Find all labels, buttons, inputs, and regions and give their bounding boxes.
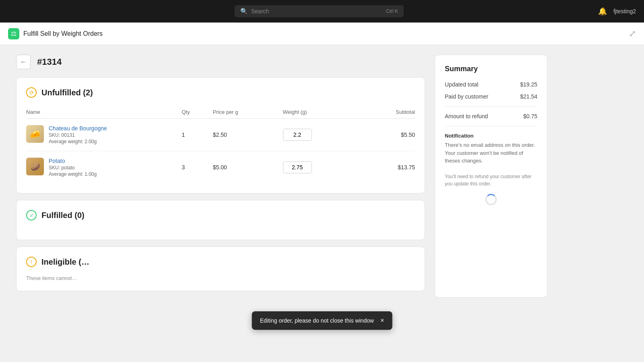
product-info: Potato SKU: potato Average weight: 1.00g xyxy=(49,158,97,177)
fulfilled-header: ✓ Fulfilled (0) xyxy=(26,210,415,220)
price-per-g-cell: $5.00 xyxy=(213,151,283,184)
notification-text: There's no email address on this order. … xyxy=(445,141,537,165)
page-header: ⚖ Fulfill Sell by Weight Orders ⤢ xyxy=(0,23,644,45)
notification-label: Notification xyxy=(445,133,537,139)
subtotal-cell: $5.50 xyxy=(353,119,415,151)
search-input[interactable] xyxy=(251,8,383,14)
unfulfilled-icon: ⟳ xyxy=(26,87,37,98)
weight-input[interactable] xyxy=(283,161,312,173)
paid-by-customer-value: $21.54 xyxy=(520,93,537,100)
order-title-row: ← #1314 xyxy=(16,55,425,69)
paid-by-customer-label: Paid by customer xyxy=(445,93,488,100)
col-name: Name xyxy=(26,106,182,119)
qty-cell: 3 xyxy=(182,151,213,184)
product-info: Chateau de Bourgogne SKU: 00131 Average … xyxy=(49,125,107,144)
product-avg-weight: Average weight: 2.00g xyxy=(49,139,107,144)
refund-text: You'll need to refund your customer afte… xyxy=(445,173,537,187)
search-shortcut: Ctrl K xyxy=(386,8,398,14)
unfulfilled-table: Name Qty Price per g Weight (g) Subtotal… xyxy=(26,106,415,183)
toast-notification: Editing order, please do not close this … xyxy=(252,311,392,330)
main-content: ← #1314 ⟳ Unfulfilled (2) Name Qty Price… xyxy=(0,45,564,307)
search-icon: 🔍 xyxy=(240,8,248,15)
col-subtotal: Subtotal xyxy=(353,106,415,119)
col-qty: Qty xyxy=(182,106,213,119)
amount-to-refund-label: Amount to refund xyxy=(445,113,488,119)
table-row: 🥔 Potato SKU: potato Average weight: 1.0… xyxy=(26,151,415,184)
product-cell: 🧀 Chateau de Bourgogne SKU: 00131 Averag… xyxy=(26,125,182,144)
qty-cell: 1 xyxy=(182,119,213,151)
summary-updated-total: Updated total $19.25 xyxy=(445,81,537,88)
toast-message: Editing order, please do not close this … xyxy=(260,317,374,324)
search-bar[interactable]: 🔍 Ctrl K xyxy=(235,5,404,17)
fulfilled-card: ✓ Fulfilled (0) xyxy=(16,200,425,240)
price-per-g-cell: $2.50 xyxy=(213,119,283,151)
subtotal-cell: $13.75 xyxy=(353,151,415,184)
ineligible-title: Ineligible (… xyxy=(41,257,89,267)
unfulfilled-header: ⟳ Unfulfilled (2) xyxy=(26,87,415,98)
weight-input[interactable] xyxy=(283,129,312,141)
bell-icon[interactable]: 🔔 xyxy=(598,7,607,16)
product-cell: 🥔 Potato SKU: potato Average weight: 1.0… xyxy=(26,158,182,177)
ineligible-description: These items cannot… xyxy=(26,275,415,281)
summary-divider-2 xyxy=(445,126,537,126)
product-sku: SKU: 00131 xyxy=(49,132,107,138)
weight-cell[interactable] xyxy=(283,119,353,151)
loading-spinner xyxy=(485,194,497,205)
product-name[interactable]: Chateau de Bourgogne xyxy=(49,125,107,132)
order-number: #1314 xyxy=(37,57,62,67)
toast-close-button[interactable]: × xyxy=(380,317,384,324)
nav-expand-icon[interactable]: ⤢ xyxy=(629,29,636,39)
user-label: fjtesting2 xyxy=(613,8,636,14)
left-column: ← #1314 ⟳ Unfulfilled (2) Name Qty Price… xyxy=(16,55,425,298)
ineligible-card: ! Ineligible (… These items cannot… xyxy=(16,247,425,291)
summary-divider xyxy=(445,106,537,107)
fulfilled-title: Fulfilled (0) xyxy=(41,211,85,220)
top-navigation: 🔍 Ctrl K 🔔 fjtesting2 xyxy=(0,0,644,23)
col-weight-g: Weight (g) xyxy=(283,106,353,119)
nav-right: 🔔 fjtesting2 xyxy=(598,7,636,16)
unfulfilled-title: Unfulfilled (2) xyxy=(41,88,93,97)
app-icon: ⚖ xyxy=(8,28,19,39)
unfulfilled-card: ⟳ Unfulfilled (2) Name Qty Price per g W… xyxy=(16,77,425,193)
summary-paid-by-customer: Paid by customer $21.54 xyxy=(445,93,537,100)
fulfilled-icon: ✓ xyxy=(26,210,37,220)
back-button[interactable]: ← xyxy=(16,55,31,69)
col-price-per-g: Price per g xyxy=(213,106,283,119)
updated-total-value: $19.25 xyxy=(520,81,537,88)
product-thumbnail: 🥔 xyxy=(26,158,44,175)
ineligible-icon: ! xyxy=(26,257,37,267)
updated-total-label: Updated total xyxy=(445,81,478,88)
product-sku: SKU: potato xyxy=(49,165,97,171)
product-avg-weight: Average weight: 1.00g xyxy=(49,171,97,177)
summary-title: Summary xyxy=(445,65,537,73)
summary-amount-to-refund: Amount to refund $0.75 xyxy=(445,113,537,119)
product-thumbnail: 🧀 xyxy=(26,125,44,143)
amount-to-refund-value: $0.75 xyxy=(523,113,537,119)
summary-card: Summary Updated total $19.25 Paid by cus… xyxy=(435,55,547,298)
page-title: Fulfill Sell by Weight Orders xyxy=(23,30,103,37)
weight-cell[interactable] xyxy=(283,151,353,184)
table-row: 🧀 Chateau de Bourgogne SKU: 00131 Averag… xyxy=(26,119,415,151)
product-name[interactable]: Potato xyxy=(49,158,97,164)
ineligible-header: ! Ineligible (… xyxy=(26,257,415,267)
